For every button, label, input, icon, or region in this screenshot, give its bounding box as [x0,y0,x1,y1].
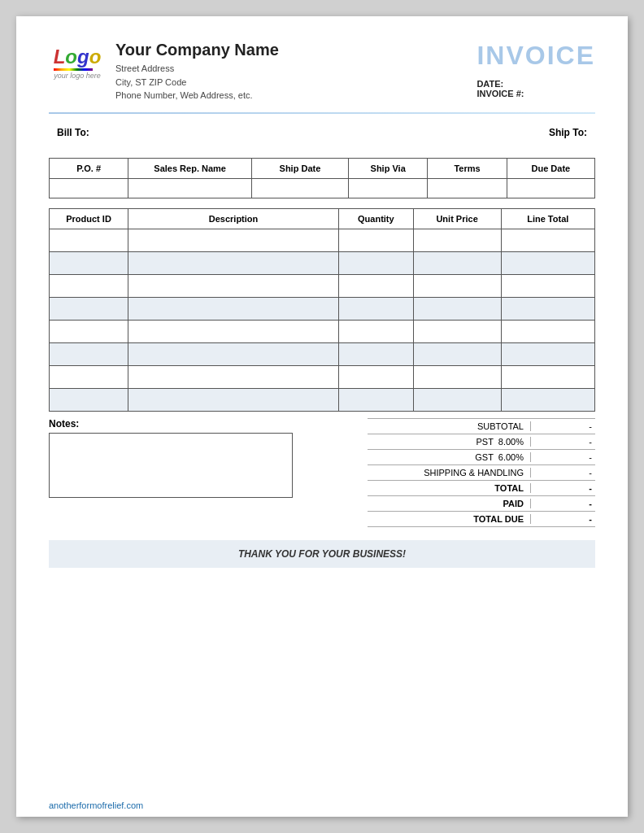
pst-row: PST 8.00% - [368,434,595,450]
bottom-section: Notes: SUBTOTAL - PST 8.00% - GST 6.00% … [49,418,595,527]
subtotal-value: - [530,421,595,431]
total-due-row: TOTAL DUE - [368,512,595,527]
product-row [50,229,595,251]
total-row: TOTAL - [368,481,595,496]
order-cell-shipvia [348,178,427,198]
gst-row: GST 6.00% - [368,450,595,465]
pst-value: - [530,437,595,447]
paid-row: PAID - [368,496,595,512]
date-label: DATE: [476,79,503,89]
product-row [50,342,595,365]
paid-value: - [530,499,595,508]
gst-value: - [530,452,595,462]
ship-to-label: Ship To: [549,127,587,138]
shipping-label: SHIPPING & HANDLING [368,468,530,478]
product-row [50,320,595,342]
product-row [50,365,595,388]
order-header-shipdate: Ship Date [251,158,348,178]
subtotal-row: SUBTOTAL - [368,418,595,434]
header-divider [49,112,595,114]
total-value: - [530,483,595,493]
order-cell-duedate [507,178,594,198]
product-row [50,274,595,297]
pst-label: PST 8.00% [368,437,530,447]
notes-label: Notes: [49,418,351,430]
product-row [50,297,595,320]
thank-you-banner: THANK YOU FOR YOUR BUSINESS! [49,540,595,568]
total-due-label: TOTAL DUE [368,514,530,524]
paid-label: PAID [368,499,530,508]
product-table: Product ID Description Quantity Unit Pri… [49,208,595,412]
product-header-pid: Product ID [50,208,128,229]
total-label: TOTAL [368,483,530,493]
notes-box[interactable] [49,433,293,498]
order-header-shipvia: Ship Via [348,158,427,178]
invoice-title: INVOICE [476,41,595,71]
invoice-page: Logo your logo here Your Company Name St… [16,16,628,817]
shipping-value: - [530,468,595,478]
notes-section: Notes: [49,418,351,498]
totals-section: SUBTOTAL - PST 8.00% - GST 6.00% - SHIPP… [368,418,595,527]
logo: Logo your logo here [49,41,106,85]
bill-to: Bill To: [57,127,89,138]
order-cell-shipdate [251,178,348,198]
date-row: DATE: [476,79,595,89]
order-header-salesrep: Sales Rep. Name [128,158,252,178]
gst-label: GST 6.00% [368,452,530,462]
order-cell-salesrep [128,178,252,198]
invoice-num-label: INVOICE #: [476,89,524,98]
product-header-qty: Quantity [338,208,413,229]
product-row [50,388,595,411]
company-details: Street Address City, ST ZIP Code Phone N… [115,62,279,102]
invoice-num-row: INVOICE #: [476,89,595,98]
subtotal-label: SUBTOTAL [368,421,530,431]
total-due-value: - [530,514,595,524]
company-info: Your Company Name Street Address City, S… [115,41,279,102]
ship-to: Ship To: [549,127,587,138]
header-left: Logo your logo here Your Company Name St… [49,41,279,102]
company-name: Your Company Name [115,41,279,59]
product-row [50,251,595,274]
header: Logo your logo here Your Company Name St… [49,41,595,102]
phone-address: Phone Number, Web Address, etc. [115,89,279,102]
product-header-unit: Unit Price [413,208,501,229]
order-table: P.O. # Sales Rep. Name Ship Date Ship Vi… [49,158,595,198]
date-info: DATE: INVOICE #: [476,79,595,98]
footer-website: anotherformofrelief.com [49,800,143,810]
shipping-row: SHIPPING & HANDLING - [368,465,595,481]
order-cell-po [50,178,128,198]
city-address: City, ST ZIP Code [115,76,279,89]
order-header-terms: Terms [428,158,507,178]
product-header-line: Line Total [501,208,594,229]
order-header-duedate: Due Date [507,158,594,178]
street-address: Street Address [115,62,279,76]
footer: anotherformofrelief.com [49,800,143,810]
order-header-po: P.O. # [50,158,128,178]
bill-to-label: Bill To: [57,127,89,138]
order-cell-terms [428,178,507,198]
bill-ship-section: Bill To: Ship To: [49,127,595,138]
product-header-desc: Description [128,208,339,229]
header-right: INVOICE DATE: INVOICE #: [476,41,595,98]
